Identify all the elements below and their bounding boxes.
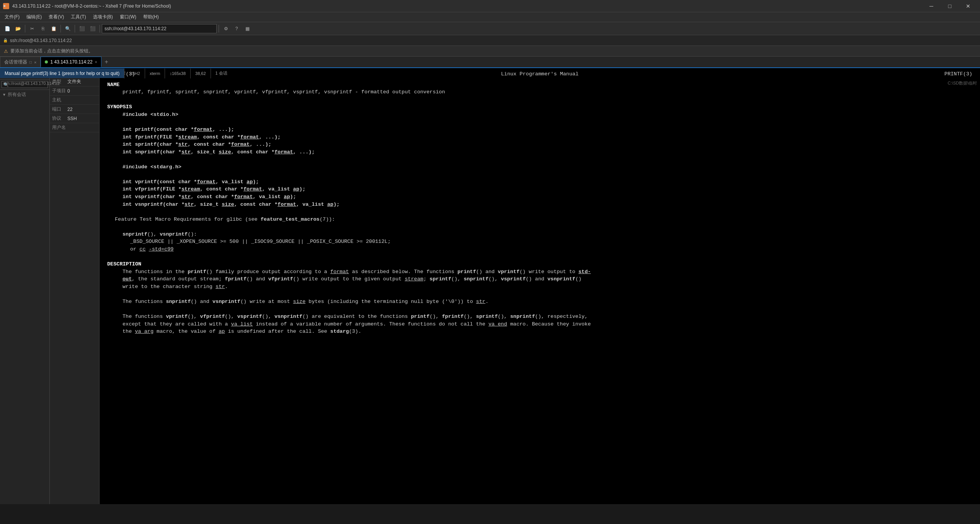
menu-tabs[interactable]: 选项卡(B) (90, 13, 116, 21)
help-button[interactable]: ? (232, 24, 242, 34)
cut-button[interactable]: ✂ (27, 24, 37, 34)
menu-edit[interactable]: 编辑(E) (23, 13, 45, 21)
desc2: The functions snprintf() and vsnprintf()… (100, 298, 980, 306)
prop-label-host: 主机 (52, 97, 66, 103)
vfunc3: int vsprintf(char *str, const char *form… (100, 193, 980, 201)
feature-test-line: Feature Test Macro Requirements for glib… (100, 216, 980, 223)
man-page-content: NAME printf, fprintf, sprintf, snprintf,… (100, 80, 980, 337)
name-text: printf, fprintf, sprintf, snprintf, vpri… (100, 88, 980, 96)
desc1-line2: out, the standard output stream; fprintf… (100, 275, 980, 283)
minimize-button[interactable]: ─ (923, 0, 940, 12)
or-cc-line: or cc -std=c99 (100, 246, 980, 253)
prop-row-subitem: 子项目 0 (50, 86, 99, 96)
blank1 (100, 96, 980, 104)
new-session-button[interactable]: 📄 (2, 24, 12, 34)
app-icon: ● (3, 3, 9, 9)
active-tab-label: 1 43.143.170.114:22 (50, 59, 92, 65)
desc3-line2: except that they are called with a va_li… (100, 321, 980, 328)
desc1-line1: The functions in the printf() family pro… (100, 268, 980, 276)
status-prompt: Manual page printf(3) line 1 (press h fo… (0, 68, 124, 78)
tab-bar: 会话管理器 □ × 1 43.143.170.114:22 × + (0, 57, 980, 68)
func4: int snprintf(char *str, size_t size, con… (100, 148, 980, 156)
desc3-line1: The functions vprintf(), vfprintf(), vsp… (100, 313, 980, 321)
sidebar-all-sessions[interactable]: ▼ 所有会话 (0, 90, 49, 99)
chevron-down-icon: ▼ (2, 93, 6, 97)
menu-bar: 文件(F) 编辑(E) 查看(V) 工具(T) 选项卡(B) 窗口(W) 帮助(… (0, 12, 980, 22)
close-button[interactable]: ✕ (959, 0, 977, 12)
menu-window[interactable]: 窗口(W) (117, 13, 139, 21)
sep2 (60, 25, 61, 33)
window-title: 43.143.170.114:22 - root@VM-8-2-centos:~… (12, 3, 171, 9)
settings-button[interactable]: ⚙ (221, 24, 231, 34)
man-header-center: Linux Programmer's Manual (501, 70, 579, 78)
color1-button[interactable]: ⬛ (77, 24, 87, 34)
session-manager-dock[interactable]: □ (29, 60, 32, 64)
menu-view[interactable]: 查看(V) (46, 13, 67, 21)
man-header-right: PRINTF(3) (944, 70, 972, 78)
prop-row-port: 端口 22 (50, 105, 99, 114)
func2: int fprintf(FILE *stream, const char *fo… (100, 133, 980, 141)
extra-button[interactable]: ▦ (242, 24, 252, 34)
prop-row-username: 用户名 (50, 123, 99, 132)
active-tab-close[interactable]: × (95, 60, 97, 64)
prop-value-protocol: SSH (67, 116, 77, 121)
desc3-line3: the va_arg macro, the value of ap is und… (100, 328, 980, 335)
include-stdarg: #include <stdarg.h> (100, 163, 980, 171)
prop-value-type: 文件夹 (67, 78, 81, 85)
vfunc1: int vprintf(const char *format, va_list … (100, 178, 980, 186)
sep1 (25, 25, 25, 33)
tab-status-dot (45, 60, 48, 63)
paste-button[interactable]: 📋 (49, 24, 59, 34)
bottom-extra: C:\SD数据\临时 (948, 80, 977, 86)
active-tab[interactable]: 1 43.143.170.114:22 × (41, 57, 101, 67)
snprintf-vsnprintf: snprintf(), vsnprintf(): (100, 231, 980, 238)
prop-value-port: 22 (67, 107, 72, 112)
address-row: 🔒 ssh://root@43.143.170.114:22 (0, 35, 980, 46)
add-tab-button[interactable]: + (101, 57, 111, 67)
func3: int sprintf(char *str, const char *forma… (100, 141, 980, 148)
window-controls[interactable]: ─ □ ✕ (923, 0, 977, 12)
sep5 (219, 25, 219, 33)
session-manager-close[interactable]: × (34, 60, 36, 65)
menu-tools[interactable]: 工具(T) (68, 13, 89, 21)
find-button[interactable]: 🔍 (63, 24, 73, 34)
status-sessions: 1 会话 (211, 68, 232, 78)
func1: int printf(const char *format, ...); (100, 126, 980, 133)
blank3 (100, 156, 980, 163)
status-xterm: xterm (145, 68, 165, 78)
sidebar-section-label: 所有会话 (8, 91, 26, 98)
vfunc4: int vsnprintf(char *str, size_t size, co… (100, 201, 980, 208)
sidebar: 会话管理器 ▼ 所有会话 (0, 68, 50, 504)
prop-label-subitem: 子项目 (52, 88, 66, 94)
vfunc2: int vfprintf(FILE *stream, const char *f… (100, 186, 980, 193)
prop-label-protocol: 协议 (52, 115, 66, 122)
open-button[interactable]: 📂 (13, 24, 23, 34)
ssh-icon: 🔒 (3, 38, 8, 42)
prop-row-host: 主机 (50, 96, 99, 105)
blank4 (100, 171, 980, 178)
copy-button[interactable]: ⎘ (38, 24, 48, 34)
title-bar-left: ● 43.143.170.114:22 - root@VM-8-2-centos… (3, 3, 171, 9)
notification-icon: ⚠ (4, 49, 8, 54)
prompt-text: Manual page printf(3) line 1 (press h fo… (5, 71, 119, 76)
terminal-wrapper: PRINTF(3) Linux Programmer's Manual PRIN… (100, 68, 980, 504)
color2-button[interactable]: ⬛ (88, 24, 98, 34)
address-input[interactable] (102, 24, 217, 33)
session-manager-tab[interactable]: 会话管理器 □ × (0, 57, 41, 67)
desc1-line3: write to the character string str. (100, 283, 980, 291)
include-stdio: #include <stdio.h> (100, 111, 980, 119)
notification-text: 要添加当前会话，点击左侧的箭头按钮。 (10, 48, 93, 54)
sep3 (75, 25, 75, 33)
blank7 (100, 253, 980, 261)
menu-help[interactable]: 帮助(H) (140, 13, 162, 21)
menu-file[interactable]: 文件(F) (2, 13, 23, 21)
synopsis-section-header: SYNOPSIS (100, 103, 980, 111)
sep4 (100, 25, 100, 33)
blank6 (100, 223, 980, 231)
notification-bar: ⚠ 要添加当前会话，点击左侧的箭头按钮。 (0, 46, 980, 57)
terminal-content[interactable]: PRINTF(3) Linux Programmer's Manual PRIN… (100, 68, 980, 504)
maximize-button[interactable]: □ (941, 0, 959, 12)
status-ssh2: SSH2 (124, 68, 145, 78)
toolbar: 📄 📂 ✂ ⎘ 📋 🔍 ⬛ ⬛ ⚙ ? ▦ (0, 22, 980, 35)
macro-values: _BSD_SOURCE || _XOPEN_SOURCE >= 500 || _… (100, 238, 980, 246)
